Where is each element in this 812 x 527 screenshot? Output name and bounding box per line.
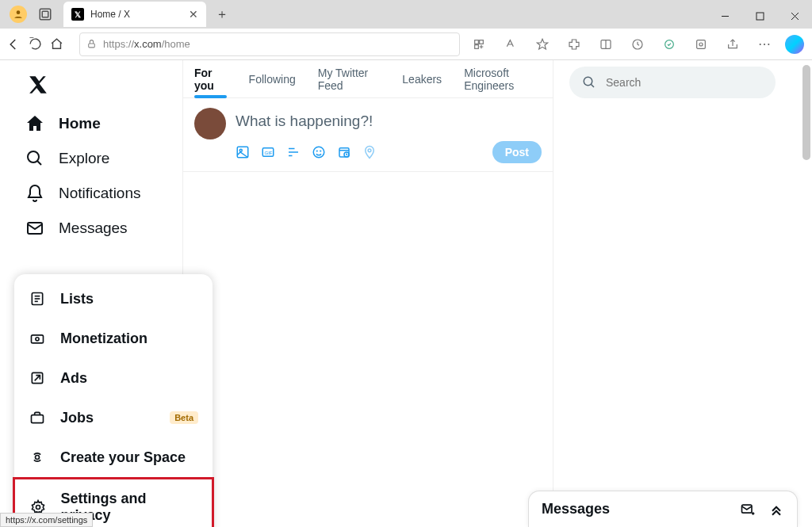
extensions-icon[interactable] [563, 33, 585, 55]
share-icon[interactable] [722, 33, 744, 55]
svg-point-30 [36, 456, 40, 460]
more-icon[interactable]: ⋯ [753, 33, 776, 55]
emoji-icon[interactable] [312, 145, 326, 159]
compose-post-button[interactable]: Post [492, 141, 542, 163]
nav-explore-label: Explore [59, 150, 109, 167]
compose-input[interactable]: What is happening?! [236, 108, 542, 130]
lock-icon [86, 39, 97, 49]
svg-rect-7 [89, 44, 95, 48]
svg-rect-16 [697, 40, 706, 48]
beta-badge: Beta [170, 411, 198, 424]
browser-titlebar: 𝕏 Home / X ✕ ＋ [0, 0, 812, 29]
svg-rect-1 [40, 9, 51, 20]
status-bar-link: https://x.com/settings [0, 513, 93, 527]
svg-point-46 [584, 77, 592, 86]
favorite-icon[interactable] [531, 33, 553, 55]
window-close-button[interactable] [777, 3, 812, 29]
media-icon[interactable] [236, 145, 250, 159]
svg-point-40 [316, 151, 317, 151]
nav-messages[interactable]: Messages [17, 211, 176, 246]
read-aloud-icon[interactable] [500, 33, 522, 55]
spaces-icon [29, 449, 46, 466]
tab-leakers[interactable]: Leakers [391, 60, 453, 98]
messages-dock[interactable]: Messages [528, 491, 798, 527]
split-screen-icon[interactable] [595, 33, 617, 55]
nav-notifications-label: Notifications [59, 185, 141, 202]
x-favicon-icon: 𝕏 [71, 8, 84, 21]
menu-create-space-label: Create your Space [60, 449, 186, 466]
lists-icon [29, 290, 46, 307]
tab-ms-engineers[interactable]: Microsoft Engineers [453, 60, 553, 98]
svg-rect-25 [32, 335, 44, 343]
envelope-icon [25, 219, 44, 238]
svg-line-19 [37, 161, 41, 165]
briefcase-icon [29, 409, 46, 426]
search-input[interactable] [606, 76, 745, 89]
refresh-button[interactable] [29, 33, 42, 55]
address-bar[interactable]: https://x.com/home [79, 32, 460, 56]
schedule-icon[interactable] [337, 145, 351, 159]
menu-ads-label: Ads [60, 370, 87, 387]
svg-point-31 [36, 506, 40, 510]
compose-avatar[interactable] [194, 108, 226, 139]
tab-my-feed[interactable]: My Twitter Feed [307, 60, 392, 98]
home-button[interactable] [50, 33, 63, 55]
svg-rect-4 [756, 13, 764, 20]
menu-create-space[interactable]: Create your Space [14, 437, 213, 477]
more-menu-popup: Lists Monetization Ads Jobs Beta Create … [14, 274, 213, 527]
nav-home[interactable]: Home [17, 106, 176, 141]
nav-messages-label: Messages [59, 220, 128, 237]
messages-dock-title: Messages [542, 501, 610, 517]
svg-rect-2 [42, 11, 48, 17]
location-icon[interactable] [362, 145, 377, 159]
right-column [553, 60, 812, 527]
browser-profile-icon[interactable] [10, 6, 27, 23]
window-minimize-button[interactable] [707, 3, 742, 29]
shopping-icon[interactable] [468, 33, 490, 55]
tab-close-icon[interactable]: ✕ [189, 8, 198, 21]
svg-point-26 [36, 338, 39, 341]
history-icon[interactable] [626, 33, 649, 55]
window-maximize-button[interactable] [742, 3, 777, 29]
nav-notifications[interactable]: Notifications [17, 176, 176, 211]
svg-point-17 [699, 43, 703, 46]
menu-ads[interactable]: Ads [14, 358, 213, 398]
compose-box: What is happening?! GIF Post [183, 98, 553, 172]
search-box[interactable] [569, 67, 776, 98]
svg-line-47 [591, 84, 594, 87]
bell-icon [25, 184, 44, 203]
expand-dock-icon[interactable] [768, 502, 784, 517]
browser-tab-active[interactable]: 𝕏 Home / X ✕ [63, 2, 206, 27]
menu-lists[interactable]: Lists [14, 279, 213, 319]
poll-icon[interactable] [286, 145, 301, 159]
copilot-icon[interactable] [785, 35, 804, 54]
gif-icon[interactable]: GIF [261, 145, 275, 159]
svg-rect-10 [475, 44, 479, 48]
svg-rect-29 [32, 415, 44, 423]
new-tab-button[interactable]: ＋ [211, 3, 233, 25]
svg-text:GIF: GIF [265, 151, 273, 155]
new-message-icon[interactable] [740, 502, 756, 517]
search-icon [582, 75, 596, 90]
menu-jobs[interactable]: Jobs Beta [14, 398, 213, 437]
menu-monetization-label: Monetization [60, 330, 147, 347]
tab-following[interactable]: Following [238, 60, 307, 98]
ext-2-icon[interactable] [690, 33, 712, 55]
svg-point-45 [368, 149, 371, 152]
tab-for-you[interactable]: For you [183, 60, 238, 98]
home-icon [25, 114, 44, 133]
money-icon [29, 330, 46, 347]
menu-jobs-label: Jobs [60, 410, 94, 426]
x-logo-icon[interactable] [25, 73, 51, 97]
svg-point-0 [17, 10, 21, 14]
nav-explore[interactable]: Explore [17, 141, 176, 176]
svg-rect-8 [475, 40, 479, 44]
main-column: For you Following My Twitter Feed Leaker… [182, 60, 553, 527]
menu-monetization[interactable]: Monetization [14, 319, 213, 358]
workspaces-icon[interactable] [36, 6, 54, 23]
svg-line-28 [35, 376, 40, 381]
ext-1-icon[interactable] [658, 33, 680, 55]
page-content: Home Explore Notifications Messages Post… [0, 60, 812, 527]
svg-marker-11 [537, 39, 547, 49]
back-button[interactable] [6, 33, 21, 55]
